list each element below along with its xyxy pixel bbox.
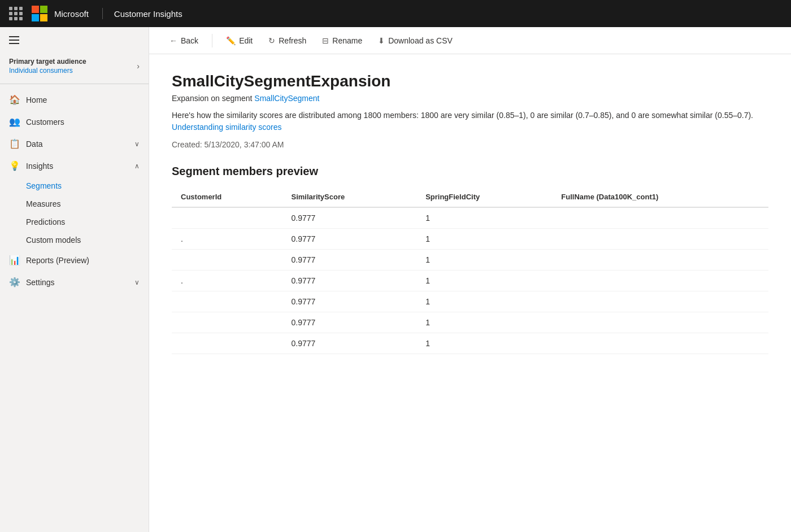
hamburger-menu[interactable]: [0, 27, 149, 51]
sidebar-item-home[interactable]: 🏠 Home: [0, 89, 149, 111]
cell-customer_id: [172, 333, 282, 354]
similarity-info-link[interactable]: Understanding similarity scores: [172, 123, 282, 132]
table-row: .0.97771: [172, 229, 768, 250]
cell-full_name: [552, 312, 768, 333]
expansion-subtitle: Expansion on segment SmallCitySegment: [172, 94, 768, 103]
predictions-label: Predictions: [26, 217, 65, 226]
cell-similarity: 0.9777: [282, 291, 417, 312]
rename-button[interactable]: ⊟ Rename: [315, 33, 369, 49]
cell-city: 1: [416, 312, 552, 333]
sidebar-item-home-label: Home: [26, 95, 47, 104]
microsoft-label: Microsoft: [54, 9, 89, 19]
rename-label: Rename: [332, 36, 362, 45]
refresh-icon: ↻: [268, 36, 275, 45]
sidebar-item-reports[interactable]: 📊 Reports (Preview): [0, 249, 149, 271]
expansion-segment-link[interactable]: SmallCitySegment: [254, 94, 319, 103]
col-header-similarity: SimilarityScore: [282, 187, 417, 207]
cell-similarity: 0.9777: [282, 229, 417, 250]
refresh-label: Refresh: [279, 36, 306, 45]
cell-full_name: [552, 229, 768, 250]
hamburger-icon[interactable]: [9, 36, 19, 44]
back-icon: ←: [169, 36, 177, 45]
cell-city: 1: [416, 291, 552, 312]
insights-chevron-icon: ∧: [134, 162, 140, 170]
audience-sub-label: Individual consumers: [9, 67, 86, 75]
microsoft-logo: [32, 6, 47, 21]
toolbar: ← Back ✏️ Edit ↻ Refresh ⊟ Rename ⬇ Down…: [149, 27, 791, 54]
page-title: SmallCitySegmentExpansion: [172, 72, 768, 90]
cell-similarity: 0.9777: [282, 207, 417, 229]
col-header-city: SpringFieldCity: [416, 187, 552, 207]
toolbar-divider: [212, 34, 212, 47]
sidebar-item-settings-label: Settings: [26, 278, 55, 287]
edit-label: Edit: [239, 36, 253, 45]
sidebar-item-reports-label: Reports (Preview): [26, 256, 89, 265]
audience-selector[interactable]: Primary target audience Individual consu…: [0, 51, 149, 84]
topbar: Microsoft Customer Insights: [0, 0, 791, 27]
sidebar-item-insights-label: Insights: [26, 162, 53, 171]
sidebar-item-customers-label: Customers: [26, 117, 64, 127]
data-icon: 📋: [9, 138, 19, 149]
sidebar-nav: 🏠 Home 👥 Customers 📋 Data ∨ 💡 Insights ∧…: [0, 84, 149, 298]
sidebar-item-insights[interactable]: 💡 Insights ∧: [0, 155, 149, 177]
home-icon: 🏠: [9, 94, 19, 105]
sidebar: Primary target audience Individual consu…: [0, 27, 149, 532]
table-row: 0.97771: [172, 250, 768, 271]
description-content: Here's how the similarity scores are dis…: [172, 111, 753, 120]
table-row: 0.97771: [172, 333, 768, 354]
cell-city: 1: [416, 333, 552, 354]
app-launcher-icon[interactable]: [9, 7, 23, 20]
rename-icon: ⊟: [322, 36, 329, 45]
sidebar-item-segments[interactable]: Segments: [0, 177, 149, 195]
cell-customer_id: [172, 207, 282, 229]
audience-primary-label: Primary target audience: [9, 58, 86, 66]
sidebar-item-predictions[interactable]: Predictions: [0, 213, 149, 231]
description-text: Here's how the similarity scores are dis…: [172, 110, 768, 133]
cell-city: 1: [416, 207, 552, 229]
settings-chevron-icon: ∨: [134, 278, 140, 286]
sidebar-item-data-label: Data: [26, 139, 43, 149]
measures-label: Measures: [26, 199, 60, 208]
segments-label: Segments: [26, 181, 62, 190]
reports-icon: 📊: [9, 255, 19, 265]
table-row: .0.97771: [172, 271, 768, 291]
col-header-customerid: CustomerId: [172, 187, 282, 207]
sidebar-item-data[interactable]: 📋 Data ∨: [0, 133, 149, 155]
edit-button[interactable]: ✏️ Edit: [219, 33, 259, 49]
custom-models-label: Custom models: [26, 236, 81, 245]
download-button[interactable]: ⬇ Download as CSV: [371, 33, 459, 49]
data-chevron-icon: ∨: [134, 140, 140, 148]
section-title: Segment members preview: [172, 165, 768, 178]
cell-similarity: 0.9777: [282, 250, 417, 271]
cell-customer_id: .: [172, 271, 282, 291]
cell-full_name: [552, 250, 768, 271]
download-icon: ⬇: [378, 36, 385, 45]
refresh-button[interactable]: ↻ Refresh: [262, 33, 313, 49]
edit-icon: ✏️: [226, 36, 236, 45]
cell-city: 1: [416, 229, 552, 250]
app-name-label: Customer Insights: [114, 9, 182, 19]
sidebar-item-customers[interactable]: 👥 Customers: [0, 111, 149, 133]
table-row: 0.97771: [172, 207, 768, 229]
back-button[interactable]: ← Back: [163, 33, 205, 49]
cell-full_name: [552, 333, 768, 354]
sidebar-item-custom-models[interactable]: Custom models: [0, 231, 149, 249]
cell-full_name: [552, 207, 768, 229]
insights-icon: 💡: [9, 160, 19, 171]
download-label: Download as CSV: [388, 36, 453, 45]
segment-members-table: CustomerId SimilarityScore SpringFieldCi…: [172, 187, 768, 354]
created-date: Created: 5/13/2020, 3:47:00 AM: [172, 140, 768, 149]
cell-customer_id: [172, 312, 282, 333]
table-row: 0.97771: [172, 312, 768, 333]
customers-icon: 👥: [9, 116, 19, 127]
cell-city: 1: [416, 250, 552, 271]
cell-city: 1: [416, 271, 552, 291]
cell-customer_id: [172, 250, 282, 271]
main-content: SmallCitySegmentExpansion Expansion on s…: [149, 54, 791, 532]
settings-icon: ⚙️: [9, 277, 19, 287]
expansion-prefix: Expansion on segment: [172, 94, 252, 103]
audience-chevron-icon: ›: [137, 62, 140, 71]
sidebar-item-settings[interactable]: ⚙️ Settings ∨: [0, 271, 149, 293]
topbar-divider: [102, 8, 103, 19]
sidebar-item-measures[interactable]: Measures: [0, 195, 149, 213]
